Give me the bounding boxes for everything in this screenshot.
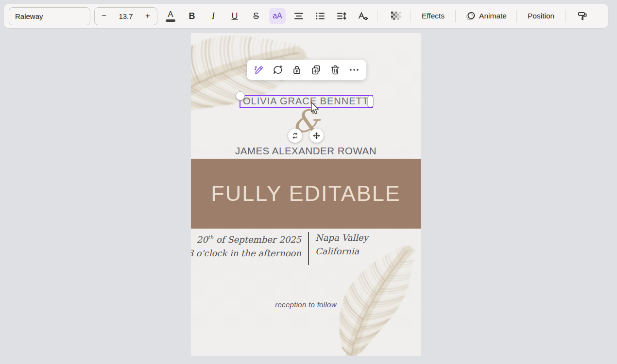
paint-roller-icon (577, 11, 588, 21)
italic-icon: I (212, 11, 215, 21)
font-size-value[interactable]: 13.7 (113, 12, 138, 20)
line-spacing-icon (336, 11, 347, 21)
element-context-toolbar (247, 60, 366, 80)
text-case-icon: aA (273, 12, 282, 20)
toolbar-divider (565, 10, 566, 22)
delete-button[interactable] (329, 64, 341, 76)
underline-icon: U (232, 11, 238, 21)
strikethrough-button[interactable]: S (248, 8, 264, 24)
letter-format-icon (358, 11, 368, 21)
lock-button[interactable] (291, 64, 303, 76)
ampersand-text[interactable]: & (191, 106, 421, 137)
column-divider[interactable] (308, 232, 309, 265)
more-options-button[interactable] (348, 64, 360, 76)
banner-element[interactable]: FULLY EDITABLE (191, 159, 421, 229)
move-handle[interactable] (309, 129, 324, 143)
duplicate-button[interactable] (310, 64, 322, 76)
rotate-handle[interactable] (288, 129, 302, 143)
text-color-icon: A (166, 10, 175, 22)
strikethrough-icon: S (253, 11, 259, 21)
venue-text[interactable]: Napa Valley California (315, 231, 368, 258)
position-button[interactable]: Position (523, 12, 559, 20)
toolbar-divider (377, 10, 377, 22)
text-case-button[interactable]: aA (269, 8, 286, 24)
font-size-decrease-button[interactable]: − (95, 11, 113, 21)
resize-handle[interactable] (367, 96, 374, 107)
toolbar-divider (411, 10, 411, 22)
lock-icon (291, 64, 303, 76)
bold-button[interactable]: B (184, 8, 200, 24)
toolbar-divider (455, 10, 456, 22)
bold-icon: B (189, 11, 195, 21)
copy-style-button[interactable] (574, 8, 591, 24)
align-center-icon (293, 11, 304, 21)
animate-label: Animate (479, 12, 507, 20)
font-size-stepper: − 13.7 + (94, 7, 157, 25)
animate-button[interactable]: Animate (462, 11, 511, 21)
design-page[interactable]: OLIVIA GRACE BENNETT & JAMES ALEXANDER R… (191, 33, 421, 356)
letter-format-button[interactable] (355, 8, 371, 24)
italic-button[interactable]: I (205, 8, 222, 24)
toolbar-divider (516, 10, 517, 22)
font-family-selector[interactable]: Raleway (9, 7, 90, 25)
more-icon (348, 64, 360, 76)
move-handle-icon (312, 132, 321, 140)
comment-add-button[interactable] (272, 64, 284, 76)
transparency-icon (391, 11, 402, 21)
trash-icon (329, 64, 341, 76)
rotate-handle-icon (291, 132, 299, 140)
text-selection-box[interactable] (240, 95, 373, 108)
reception-note-text[interactable]: reception to follow (191, 300, 421, 309)
animate-icon (465, 11, 476, 21)
transparency-button[interactable] (388, 8, 405, 24)
font-family-value: Raleway (15, 12, 43, 20)
line-spacing-button[interactable] (333, 8, 350, 24)
bullet-list-icon (315, 11, 326, 21)
top-toolbar: Raleway − 13.7 + A B I U S aA (4, 4, 608, 28)
magic-edit-icon (253, 64, 265, 76)
duplicate-icon (310, 64, 322, 76)
pampas-grass-bottom-right[interactable] (338, 241, 421, 356)
comment-add-icon (272, 64, 284, 76)
banner-text: FULLY EDITABLE (211, 181, 401, 206)
editor-workspace: Raleway − 13.7 + A B I U S aA (0, 0, 617, 364)
bullet-list-button[interactable] (312, 8, 328, 24)
magic-edit-button[interactable] (253, 64, 265, 76)
underline-button[interactable]: U (226, 8, 243, 24)
corner-resize-handle[interactable] (236, 91, 245, 100)
date-time-text[interactable]: 20th of September 2025 3 o'clock in the … (191, 231, 301, 260)
groom-name-text[interactable]: JAMES ALEXANDER ROWAN (191, 145, 421, 157)
text-color-button[interactable]: A (162, 8, 179, 24)
align-center-button[interactable] (291, 8, 307, 24)
font-size-increase-button[interactable]: + (138, 11, 157, 21)
effects-button[interactable]: Effects (417, 12, 449, 20)
